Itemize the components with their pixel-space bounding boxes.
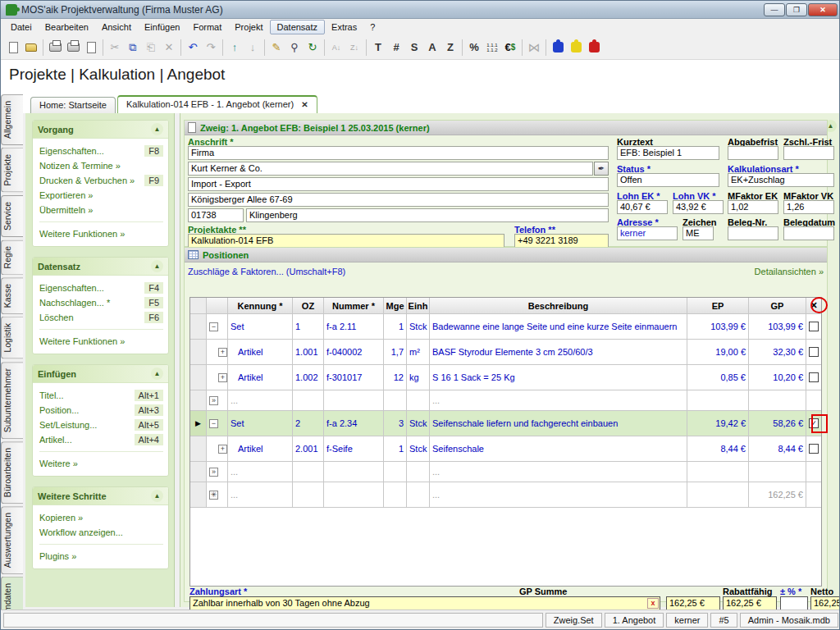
print-icon[interactable] (46, 39, 64, 57)
abgabefrist-field[interactable] (728, 146, 778, 160)
tab-close-icon[interactable]: ✕ (301, 100, 308, 109)
vtab-allgemein[interactable]: Allgemein (1, 94, 23, 145)
sort-descending-icon[interactable]: Z↓ (345, 39, 363, 57)
tree-new-icon[interactable]: ✳ (209, 491, 218, 500)
collapse-icon[interactable]: ▲ (151, 490, 163, 502)
menu-datei[interactable]: Datei (4, 21, 39, 34)
anschrift-strasse-field[interactable]: Königsberger Allee 67-69 (188, 193, 609, 207)
col-kennung[interactable]: Kennung * (228, 298, 293, 313)
item-notizen-termine[interactable]: Notizen & Termine » (39, 158, 163, 173)
tree-collapse-icon[interactable]: − (209, 322, 218, 331)
puzzle-blue-icon[interactable] (549, 39, 567, 57)
delete-icon[interactable]: ✕ (160, 39, 178, 57)
tree-collapse-icon[interactable]: − (209, 419, 218, 428)
zuschlaege-faktoren-link[interactable]: Zuschläge & Faktoren... (Umschalt+F8) (188, 267, 345, 276)
collapse-icon[interactable]: ▲ (151, 368, 163, 380)
puzzle-yellow-icon[interactable] (567, 39, 585, 57)
menu-projekt[interactable]: Projekt (228, 21, 269, 34)
undo-icon[interactable]: ↶ (184, 39, 202, 57)
edit-pencil-icon[interactable]: ✎ (267, 39, 285, 57)
tree-expand-icon[interactable]: + (218, 445, 227, 454)
sort-ascending-icon[interactable]: A↓ (327, 39, 345, 57)
menu-hilfe[interactable]: ? (363, 21, 381, 34)
row-checkbox-checked[interactable]: ✓ (809, 418, 819, 428)
item-uebermitteln[interactable]: Übermitteln » (39, 203, 163, 217)
tree-more-icon[interactable]: » (209, 468, 218, 477)
item-set-leistung[interactable]: Set/Leistung...Alt+5 (39, 418, 163, 432)
item-weitere-funktionen-vorgang[interactable]: Weitere Funktionen » (39, 226, 163, 241)
vtab-kasse[interactable]: Kasse (1, 277, 23, 314)
item-drucken-verbuchen[interactable]: Drucken & Verbuchen »F9 (39, 173, 163, 188)
find-record-icon[interactable]: ⚲ (285, 39, 304, 57)
projektakte-field[interactable]: Kalkulation-014 EFB (188, 234, 504, 248)
vtab-subunternehmer[interactable]: Subunternehmer (1, 362, 23, 439)
tab-kalkulation[interactable]: Kalkulation-014 EFB - 1. Angebot (kerner… (117, 95, 317, 113)
beleg-nr-field[interactable] (728, 226, 778, 240)
tree-expand-icon[interactable]: + (218, 348, 227, 357)
row-checkbox[interactable] (809, 444, 819, 454)
anschrift-ort-field[interactable]: Klingenberg (246, 208, 609, 222)
move-down-icon[interactable]: ↓ (244, 39, 262, 57)
row-checkbox[interactable] (809, 372, 819, 382)
new-document-icon[interactable] (4, 39, 22, 57)
item-nachschlagen[interactable]: Nachschlagen... *F5 (39, 295, 163, 310)
detailansichten-link[interactable]: Detailansichten » (755, 267, 824, 276)
open-folder-icon[interactable] (22, 39, 40, 57)
menu-datensatz[interactable]: Datensatz (270, 20, 326, 34)
item-eigenschaften-datensatz[interactable]: Eigenschaften...F4 (39, 281, 163, 295)
insert-title-icon[interactable]: T (369, 39, 387, 57)
plusminus-field[interactable] (780, 596, 808, 610)
tab-home[interactable]: Home: Startseite (30, 97, 116, 113)
col-gp[interactable]: GP (749, 298, 806, 313)
anschrift-zusatz-field[interactable]: Import - Export (188, 177, 609, 191)
item-exportieren[interactable]: Exportieren » (39, 188, 163, 203)
menu-einfuegen[interactable]: Einfügen (138, 21, 186, 34)
mfaktor-vk-field[interactable]: 1,26 (783, 200, 834, 214)
merge-icon[interactable]: ⋈ (525, 39, 543, 57)
cut-icon[interactable]: ✂ (106, 39, 124, 57)
item-weitere-einfuegen[interactable]: Weitere » (39, 456, 163, 471)
lohn-ek-field[interactable]: 40,67 € (617, 200, 668, 214)
clear-zahlungsart-icon[interactable]: x (647, 598, 659, 609)
vtab-bueroarbeiten[interactable]: Büroarbeiten (1, 441, 23, 504)
percent-icon[interactable]: % (465, 39, 483, 57)
item-weitere-funktionen-datensatz[interactable]: Weitere Funktionen » (39, 334, 163, 349)
tree-more-icon[interactable]: » (209, 396, 218, 405)
minimize-button[interactable]: — (764, 3, 785, 16)
table-row[interactable]: + Artikel 1.002 f-301017 12 kg S 16 1 Sa… (190, 365, 821, 390)
kurztext-field[interactable]: EFB: Beispiel 1 (617, 146, 719, 160)
item-workflow-anzeigen[interactable]: Workflow anzeigen... (39, 525, 163, 540)
insert-sum-icon[interactable]: Z (441, 39, 459, 57)
collapse-icon[interactable]: ▲ (151, 260, 163, 272)
table-row-new[interactable]: ✳ ... ... 162,25 € (190, 482, 821, 508)
telefon-field[interactable]: +49 3221 3189 (514, 234, 609, 248)
menu-bearbeiten[interactable]: Bearbeiten (39, 21, 95, 34)
kalkulationsart-field[interactable]: EK+Zuschlag (728, 173, 834, 187)
mfaktor-ek-field[interactable]: 1,02 (728, 200, 778, 214)
vtab-regie[interactable]: Regie (1, 240, 23, 275)
adresse-field[interactable]: kerner (617, 226, 678, 240)
col-beschreibung[interactable]: Beschreibung (430, 298, 687, 313)
table-row[interactable]: + Artikel 1.001 f-040002 1,7 m² BASF Sty… (190, 340, 821, 365)
redo-icon[interactable]: ↷ (202, 39, 220, 57)
zschl-frist-field[interactable] (783, 146, 834, 160)
copy-icon[interactable]: ⧉ (124, 39, 142, 57)
col-einh[interactable]: Einh (407, 298, 430, 313)
status-field[interactable]: Offen (617, 173, 719, 187)
puzzle-red-icon[interactable] (585, 39, 603, 57)
col-oz[interactable]: OZ (293, 298, 324, 313)
col-check[interactable]: ✕ (806, 298, 821, 313)
menu-extras[interactable]: Extras (325, 21, 363, 34)
vtab-projekte[interactable]: Projekte (1, 148, 23, 193)
vtab-logistik[interactable]: Logistik (1, 317, 23, 359)
table-row-ellipsis[interactable]: » ... ... (190, 462, 821, 482)
print-dialog-icon[interactable] (64, 39, 82, 57)
zeichen-field[interactable]: ME (682, 226, 714, 240)
tree-expand-icon[interactable]: + (218, 373, 227, 382)
item-plugins[interactable]: Plugins » (39, 549, 163, 564)
item-loeschen[interactable]: LöschenF6 (39, 310, 163, 325)
euro-dollar-icon[interactable]: €$ (501, 39, 519, 57)
close-button[interactable]: ✕ (808, 3, 838, 16)
move-up-icon[interactable]: ↑ (226, 39, 244, 57)
refresh-icon[interactable]: ↻ (304, 39, 322, 57)
